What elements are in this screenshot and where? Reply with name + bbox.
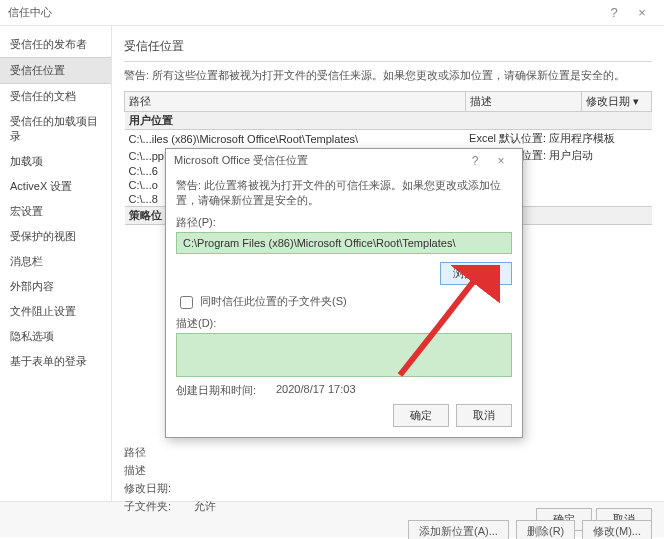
dialog-created-value: 2020/8/17 17:03 [276, 383, 356, 398]
remove-location-button[interactable]: 删除(R) [516, 520, 575, 539]
dialog-ok-button[interactable]: 确定 [393, 404, 449, 427]
trust-subfolders-label: 同时信任此位置的子文件夹(S) [200, 295, 347, 307]
dialog-cancel-button[interactable]: 取消 [456, 404, 512, 427]
warning-text: 警告: 所有这些位置都被视为打开文件的受信任来源。如果您更改或添加位置，请确保新… [124, 68, 652, 83]
dialog-path-label: 路径(P): [176, 215, 512, 230]
sidebar-item-message-bar[interactable]: 消息栏 [0, 249, 111, 274]
help-icon[interactable]: ? [600, 5, 628, 20]
detail-desc-label: 描述 [124, 463, 194, 478]
dialog-title: Microsoft Office 受信任位置 [174, 153, 462, 168]
section-title: 受信任位置 [124, 34, 652, 61]
modify-location-button[interactable]: 修改(M)... [582, 520, 652, 539]
dialog-help-icon[interactable]: ? [462, 154, 488, 168]
dialog-warning: 警告: 此位置将被视为打开文件的可信任来源。如果您更改或添加位置，请确保新位置是… [176, 178, 512, 209]
window-title: 信任中心 [8, 5, 600, 20]
dialog-close-icon[interactable]: × [488, 154, 514, 168]
sidebar-item-addins[interactable]: 加载项 [0, 149, 111, 174]
detail-modified-label: 修改日期: [124, 481, 194, 496]
detail-subfolder-label: 子文件夹: [124, 499, 194, 514]
sidebar-item-trusted-locations[interactable]: 受信任位置 [0, 57, 111, 84]
details-fields: 路径 描述 修改日期: 子文件夹: 允许 添加新位置(A)... 删除(R) 修… [124, 445, 652, 539]
sidebar-item-external-content[interactable]: 外部内容 [0, 274, 111, 299]
dialog-created-label: 创建日期和时间: [176, 383, 276, 398]
trusted-location-dialog: Microsoft Office 受信任位置 ? × 警告: 此位置将被视为打开… [165, 148, 523, 438]
sidebar-item-protected-view[interactable]: 受保护的视图 [0, 224, 111, 249]
sidebar-item-privacy-options[interactable]: 隐私选项 [0, 324, 111, 349]
add-location-button[interactable]: 添加新位置(A)... [408, 520, 509, 539]
close-icon[interactable]: × [628, 5, 656, 20]
sort-desc-icon: ▾ [633, 95, 639, 107]
col-date[interactable]: 修改日期 ▾ [582, 92, 652, 112]
detail-path-label: 路径 [124, 445, 194, 460]
title-bar: 信任中心 ? × [0, 0, 664, 26]
sidebar-item-form-signin[interactable]: 基于表单的登录 [0, 349, 111, 374]
table-row[interactable]: C:\...iles (x86)\Microsoft Office\Root\T… [125, 130, 652, 148]
sidebar-item-macro-settings[interactable]: 宏设置 [0, 199, 111, 224]
browse-button[interactable]: 浏览(B)... [440, 262, 512, 285]
trust-subfolders-checkbox[interactable] [180, 296, 193, 309]
sidebar-item-trusted-addin-catalogs[interactable]: 受信任的加载项目录 [0, 109, 111, 149]
detail-subfolder-value: 允许 [194, 499, 216, 514]
sidebar-item-trusted-documents[interactable]: 受信任的文档 [0, 84, 111, 109]
sidebar: 受信任的发布者 受信任位置 受信任的文档 受信任的加载项目录 加载项 Activ… [0, 26, 112, 501]
col-desc[interactable]: 描述 [465, 92, 581, 112]
sidebar-item-trusted-publishers[interactable]: 受信任的发布者 [0, 32, 111, 57]
user-locations-header: 用户位置 [125, 112, 652, 130]
col-path[interactable]: 路径 [125, 92, 466, 112]
dialog-desc-input[interactable] [176, 333, 512, 377]
dialog-path-input[interactable]: C:\Program Files (x86)\Microsoft Office\… [176, 232, 512, 254]
sidebar-item-file-block[interactable]: 文件阻止设置 [0, 299, 111, 324]
sidebar-item-activex-settings[interactable]: ActiveX 设置 [0, 174, 111, 199]
dialog-desc-label: 描述(D): [176, 316, 512, 331]
